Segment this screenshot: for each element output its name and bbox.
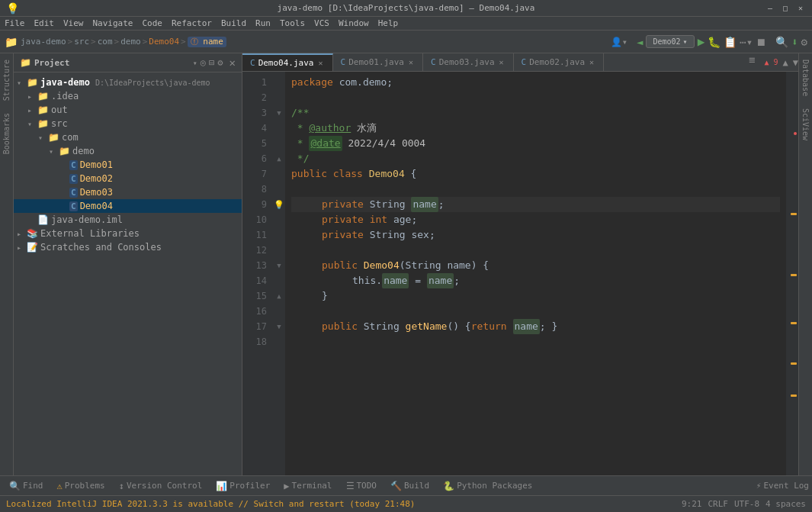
tree-item-demo[interactable]: ▾📁demo <box>14 144 242 158</box>
structure-tab[interactable]: Structure <box>1 56 12 104</box>
status-right: 9:21 CRLF UTF-8 4 spaces <box>682 499 806 509</box>
terminal-tab[interactable]: ▶ Terminal <box>278 479 338 493</box>
menu-item-run[interactable]: Run <box>251 17 275 30</box>
fold-icon-3[interactable]: ▼ <box>277 109 281 117</box>
menu-item-file[interactable]: File <box>0 17 30 30</box>
warning-marker-3 <box>791 322 797 324</box>
python-packages-tab[interactable]: 🐍 Python Packages <box>437 479 538 493</box>
tree-item-scratches-and-consoles[interactable]: ▸📝Scratches and Consoles <box>14 240 242 254</box>
tree-arrow: ▾ <box>27 120 35 128</box>
code-line-14: this.name = name; <box>291 273 780 288</box>
coverage-icon[interactable]: 📋 <box>724 36 737 48</box>
tab-overflow-button[interactable]: ≡ <box>743 53 761 71</box>
tree-item-src[interactable]: ▾📁src <box>14 117 242 130</box>
menu-item-vcs[interactable]: VCS <box>310 17 334 30</box>
tree-item-demo02[interactable]: CDemo02 <box>14 172 242 185</box>
tab-demo02[interactable]: C Demo02.java ✕ <box>514 53 605 71</box>
breadcrumb-demo[interactable]: demo <box>120 37 141 47</box>
database-tab[interactable]: Database <box>800 56 811 99</box>
breadcrumb-class[interactable]: Demo04 <box>149 37 179 47</box>
fold-icon-15[interactable]: ▲ <box>277 292 281 300</box>
run-button[interactable]: ▶ <box>698 34 705 49</box>
tree-item-java-demo[interactable]: ▾📁java-demoD:\IdeaProjects\java-demo <box>14 76 242 89</box>
todo-tab[interactable]: ☰ TODO <box>340 479 384 493</box>
indent[interactable]: 4 spaces <box>765 499 806 509</box>
right-scroll-gutter[interactable] <box>786 72 798 475</box>
error-nav-up[interactable]: ▲ <box>783 57 788 68</box>
code-line-4: * @author 水滴 <box>291 121 780 136</box>
menu-item-tools[interactable]: Tools <box>275 17 310 30</box>
sciview-tab[interactable]: SciView <box>800 105 811 143</box>
menu-bar-row: FileEditViewNavigateCodeRefactorBuildRun… <box>0 17 812 31</box>
tree-item-java-demo-iml[interactable]: 📄java-demo.iml <box>14 213 242 227</box>
stop-icon[interactable]: ⏹ <box>756 36 766 48</box>
tab-close-demo04[interactable]: ✕ <box>316 59 324 67</box>
breadcrumb-com[interactable]: com <box>98 37 113 47</box>
tree-item-demo01[interactable]: CDemo01 <box>14 158 242 172</box>
settings-icon[interactable]: ⚙ <box>801 36 807 48</box>
tree-item-out[interactable]: ▸📁out <box>14 103 242 117</box>
build-tab[interactable]: 🔨 Build <box>384 479 435 493</box>
fold-icon-6[interactable]: ▲ <box>277 155 281 163</box>
menu-item-window[interactable]: Window <box>334 17 374 30</box>
code-line-18 <box>291 334 780 349</box>
tree-item-demo04[interactable]: CDemo04 <box>14 199 242 213</box>
debug-run-icon[interactable]: 🐛 <box>708 36 721 48</box>
breadcrumb-field[interactable]: name <box>203 37 223 47</box>
tab-close-demo03[interactable]: ✕ <box>498 58 505 66</box>
menu-item-help[interactable]: Help <box>374 17 403 30</box>
cursor-position[interactable]: 9:21 <box>682 499 702 509</box>
profile-icon[interactable]: 👤▾ <box>611 37 627 47</box>
tree-label: demo <box>72 146 95 156</box>
find-tab[interactable]: 🔍 Find <box>3 479 50 493</box>
bookmarks-tab[interactable]: Bookmarks <box>1 110 12 157</box>
sidebar-close-icon[interactable]: ✕ <box>229 56 236 69</box>
close-button[interactable]: ✕ <box>795 4 806 12</box>
tree-item-demo03[interactable]: CDemo03 <box>14 185 242 199</box>
menu-item-navigate[interactable]: Navigate <box>88 17 138 30</box>
collapse-all-icon[interactable]: ⊟ <box>209 57 214 68</box>
tab-demo03[interactable]: C Demo03.java ✕ <box>423 53 514 71</box>
event-log[interactable]: ⚡ Event Log <box>756 481 809 491</box>
version-control-tab[interactable]: ↕ Version Control <box>113 479 209 493</box>
locate-icon[interactable]: ◎ <box>201 57 206 68</box>
update-icon[interactable]: ⬇ <box>791 36 798 48</box>
fold-icon-17[interactable]: ▼ <box>277 323 281 330</box>
line-separator[interactable]: CRLF <box>708 499 728 509</box>
profiler-tab[interactable]: 📊 Profiler <box>210 479 276 493</box>
breadcrumb-src[interactable]: src <box>74 37 89 47</box>
tree-item-com[interactable]: ▾📁com <box>14 130 242 144</box>
sidebar-dropdown[interactable]: ▾ <box>193 59 197 67</box>
tree-icon: C <box>69 188 78 198</box>
search-everywhere-icon[interactable]: 🔍 <box>775 36 788 48</box>
tab-close-demo01[interactable]: ✕ <box>407 58 415 66</box>
sidebar-settings-icon[interactable]: ⚙ <box>217 57 223 68</box>
more-run-icon[interactable]: ⋯▾ <box>740 36 753 48</box>
tab-demo01[interactable]: C Demo01.java ✕ <box>333 53 424 71</box>
tree-item--idea[interactable]: ▸📁.idea <box>14 89 242 103</box>
editor-tab-bar: C Demo04.java ✕ C Demo01.java ✕ C Demo03… <box>242 53 798 72</box>
run-config-dropdown[interactable]: Demo02 ▾ <box>646 35 694 48</box>
breadcrumb-project[interactable]: java-demo <box>21 37 66 47</box>
python-icon: 🐍 <box>443 481 454 491</box>
fold-icon-13[interactable]: ▼ <box>277 262 281 269</box>
encoding[interactable]: UTF-8 <box>734 499 759 509</box>
menu-item-edit[interactable]: Edit <box>30 17 59 30</box>
tab-demo04[interactable]: C Demo04.java ✕ <box>242 53 333 71</box>
tree-item-external-libraries[interactable]: ▸📚External Libraries <box>14 227 242 240</box>
menu-item-code[interactable]: Code <box>137 17 167 30</box>
tab-close-demo02[interactable]: ✕ <box>588 58 595 66</box>
tree-label: External Libraries <box>40 228 140 239</box>
menu-item-build[interactable]: Build <box>217 17 251 30</box>
error-nav-down[interactable]: ▼ <box>793 57 798 68</box>
navigate-back-icon[interactable]: ◄ <box>637 36 643 48</box>
code-content[interactable]: package com.demo; /** * @author 水滴 * @da… <box>285 72 786 475</box>
maximize-button[interactable]: □ <box>780 4 791 12</box>
menu-item-refactor[interactable]: Refactor <box>167 17 217 30</box>
menu-item-view[interactable]: View <box>59 17 88 30</box>
bulb-icon-9[interactable]: 💡 <box>273 197 285 212</box>
problems-tab[interactable]: ⚠ Problems <box>51 479 111 493</box>
tab-icon-demo01: C <box>341 57 346 67</box>
todo-icon: ☰ <box>346 481 355 491</box>
minimize-button[interactable]: – <box>765 4 775 12</box>
